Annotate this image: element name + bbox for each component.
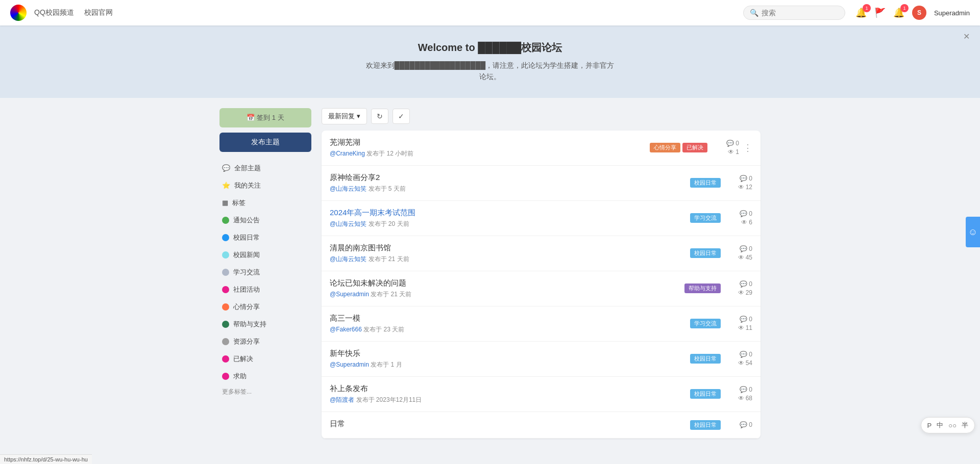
comment-icon: 💬 [740, 386, 747, 393]
sidebar-menu: 💬 全部主题 ⭐ 我的关注 ▦ 标签 通知公告 校园日常 校园新闻 [219, 160, 311, 385]
table-row[interactable]: 清晨的南京图书馆 @山海云知笑 发布于 21 天前 校园日常 💬0 👁45 [322, 236, 761, 271]
post-tags-1: 校园日常 [690, 178, 721, 188]
table-row[interactable]: 论坛已知未解决的问题 @Superadmin 发布于 21 天前 帮助与支持 💬… [322, 271, 761, 306]
avatar[interactable]: S [912, 6, 926, 20]
sidebar-item-daily[interactable]: 校园日常 [219, 229, 311, 246]
sidebar-item-all[interactable]: 💬 全部主题 [219, 160, 311, 177]
float-tool-half[interactable]: 半 [962, 421, 968, 430]
post-meta-3: @山海云知笑 发布于 21 天前 [330, 255, 690, 264]
post-author-3: @山海云知笑 [330, 255, 366, 263]
color-dot-daily [222, 234, 229, 241]
view-icon: 👁 [738, 359, 744, 367]
post-stats-3: 💬0 👁45 [727, 245, 752, 261]
post-time-6: 发布于 1 月 [371, 361, 402, 368]
post-meta-6: @Superadmin 发布于 1 月 [330, 360, 690, 369]
posts-list: 芜湖芜湖 @CraneKing 发布于 12 小时前 心情分享 已解决 💬0 👁… [322, 131, 761, 439]
sidebar-item-resource[interactable]: 资源分享 [219, 333, 311, 350]
sidebar-item-notice[interactable]: 通知公告 [219, 212, 311, 229]
float-toolbar: P 中 ○○ 半 [921, 417, 975, 433]
sidebar-item-club[interactable]: 社团活动 [219, 281, 311, 298]
post-title-0: 芜湖芜湖 [330, 138, 650, 147]
color-dot-emotion [222, 303, 229, 311]
sidebar-item-emotion[interactable]: 心情分享 [219, 298, 311, 316]
post-stats-0: 💬0 👁1 [714, 140, 739, 156]
post-stats-1: 💬0 👁12 [727, 175, 752, 191]
post-tags-8: 校园日常 [690, 420, 721, 430]
float-tool-zh[interactable]: 中 [937, 421, 943, 430]
sidebar: 📅 签到 1 天 发布主题 💬 全部主题 ⭐ 我的关注 ▦ 标签 通知公告 校园… [219, 108, 311, 439]
tag-study2: 学习交流 [690, 319, 721, 328]
comment-icon: 💬 [740, 351, 747, 358]
post-title-2: 2024年高一期末考试范围 [330, 208, 690, 218]
site-logo[interactable] [10, 5, 27, 21]
sidebar-item-ask[interactable]: 求助 [219, 368, 311, 385]
sort-label: 最新回复 [328, 112, 355, 121]
post-meta-0: @CraneKing 发布于 12 小时前 [330, 149, 650, 158]
post-time-1: 发布于 5 天前 [369, 185, 406, 192]
close-icon[interactable]: ✕ [963, 32, 970, 41]
checkin-button[interactable]: 📅 签到 1 天 [219, 108, 311, 127]
float-tool-dots[interactable]: ○○ [948, 422, 957, 429]
post-main-0: 芜湖芜湖 @CraneKing 发布于 12 小时前 [330, 138, 650, 158]
more-tags-link[interactable]: 更多标签... [219, 385, 311, 399]
welcome-title: Welcome to ██████校园论坛 [10, 41, 970, 55]
notification-btn-2[interactable]: 🔔 1 [893, 7, 904, 18]
table-row[interactable]: 补上条发布 @陌渡者 发布于 2023年12月11日 校园日常 💬0 👁68 [322, 377, 761, 412]
view-icon: 👁 [738, 395, 744, 402]
flag-btn[interactable]: 🚩 [874, 7, 886, 18]
nav-qq[interactable]: QQ校园频道 [34, 8, 74, 17]
table-row[interactable]: 芜湖芜湖 @CraneKing 发布于 12 小时前 心情分享 已解决 💬0 👁… [322, 131, 761, 166]
tag-campus-daily4: 校园日常 [690, 389, 721, 399]
tag-campus-daily2: 校园日常 [690, 248, 721, 258]
sidebar-item-solved[interactable]: 已解决 [219, 350, 311, 368]
post-stats-7: 💬0 👁68 [727, 386, 752, 402]
content-toolbar: 最新回复 ▾ ↻ ✓ [322, 108, 761, 124]
notification-badge-2: 1 [900, 4, 909, 12]
search-input[interactable] [762, 9, 839, 17]
color-dot-ask [222, 373, 229, 380]
tag-help-label: 帮助与支持 [684, 283, 721, 293]
feedback-button[interactable]: ☺ [966, 217, 980, 247]
tag-campus-daily: 校园日常 [690, 178, 721, 188]
check-button[interactable]: ✓ [393, 109, 410, 124]
comment-icon: 💬 [740, 175, 747, 182]
more-icon[interactable]: ⋮ [739, 142, 752, 153]
post-stats-8: 💬0 [727, 421, 752, 428]
table-row[interactable]: 新年快乐 @Superadmin 发布于 1 月 校园日常 💬0 👁54 [322, 342, 761, 377]
float-tool-p[interactable]: P [927, 422, 932, 429]
welcome-desc: 欢迎来到██████████████████，请注意，此论坛为学生搭建，并非官方… [10, 60, 970, 83]
notification-btn-1[interactable]: 🔔 1 [855, 7, 867, 18]
sidebar-item-tags[interactable]: ▦ 标签 [219, 194, 311, 212]
view-icon: 👁 [738, 324, 744, 331]
post-tags-7: 校园日常 [690, 389, 721, 399]
post-title-5: 高三一模 [330, 314, 690, 323]
nav-official[interactable]: 校园官网 [84, 8, 113, 17]
post-stats-4: 💬0 👁29 [727, 280, 752, 296]
post-meta-4: @Superadmin 发布于 21 天前 [330, 290, 684, 299]
post-title-4: 论坛已知未解决的问题 [330, 278, 684, 288]
sort-button[interactable]: 最新回复 ▾ [322, 108, 367, 124]
sidebar-item-news[interactable]: 校园新闻 [219, 246, 311, 264]
post-author-0: @CraneKing [330, 150, 365, 157]
post-topic-button[interactable]: 发布主题 [219, 133, 311, 152]
post-main-5: 高三一模 @Faker666 发布于 23 天前 [330, 314, 690, 334]
header: QQ校园频道 校园官网 🔍 🔔 1 🚩 🔔 1 S Superadmin [0, 0, 980, 25]
username[interactable]: Superadmin [934, 9, 970, 17]
comment-icon: 💬 [740, 280, 747, 288]
sidebar-item-study[interactable]: 学习交流 [219, 264, 311, 281]
comment-icon: 💬 [740, 421, 747, 428]
post-tags-4: 帮助与支持 [684, 283, 721, 293]
table-row[interactable]: 高三一模 @Faker666 发布于 23 天前 学习交流 💬0 👁11 [322, 306, 761, 342]
table-row[interactable]: 日常 校园日常 💬0 [322, 412, 761, 439]
refresh-button[interactable]: ↻ [371, 109, 388, 124]
sidebar-item-follow[interactable]: ⭐ 我的关注 [219, 177, 311, 194]
post-meta-5: @Faker666 发布于 23 天前 [330, 325, 690, 334]
post-tags-0: 心情分享 已解决 [650, 143, 707, 152]
search-bar[interactable]: 🔍 [743, 6, 845, 20]
post-tags-3: 校园日常 [690, 248, 721, 258]
post-main-7: 补上条发布 @陌渡者 发布于 2023年12月11日 [330, 384, 690, 404]
table-row[interactable]: 原神绘画分享2 @山海云知笑 发布于 5 天前 校园日常 💬0 👁12 [322, 166, 761, 201]
table-row[interactable]: 2024年高一期末考试范围 @山海云知笑 发布于 20 天前 学习交流 💬0 👁… [322, 201, 761, 236]
post-author-7: @陌渡者 [330, 396, 354, 403]
sidebar-item-help[interactable]: 帮助与支持 [219, 316, 311, 333]
